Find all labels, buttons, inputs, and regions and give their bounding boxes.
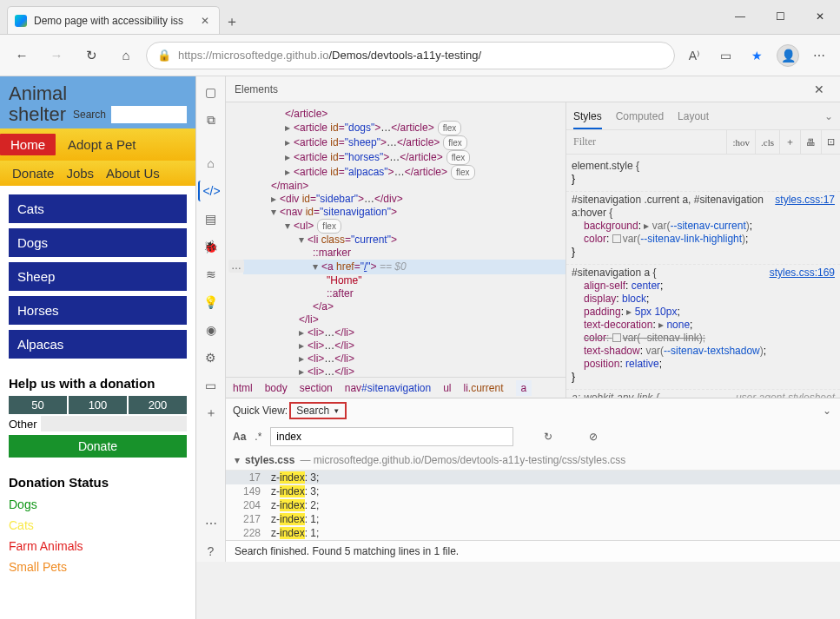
new-tab-button[interactable]: ＋	[220, 10, 244, 34]
new-rule-icon[interactable]: ＋	[779, 130, 800, 154]
favorite-icon[interactable]: ★	[743, 42, 771, 69]
close-devtools-icon[interactable]: ✕	[807, 77, 831, 102]
reader-icon[interactable]: ▭	[711, 42, 739, 69]
breadcrumb[interactable]: html body section nav#sitenavigation ul …	[226, 377, 566, 398]
forward-button[interactable]: →	[42, 41, 71, 70]
cls-button[interactable]: .cls	[755, 130, 779, 154]
donation-heading: Help us with a donation	[0, 367, 195, 396]
add-tool-icon[interactable]: ＋	[198, 403, 224, 424]
browser-tab[interactable]: Demo page with accessibility iss ✕	[7, 6, 220, 34]
settings-icon[interactable]: ⚙	[198, 347, 224, 368]
nav-home[interactable]: Home	[0, 134, 56, 155]
cat-alpacas[interactable]: Alpacas	[9, 330, 187, 359]
close-tab-icon[interactable]: ✕	[198, 15, 212, 27]
cat-cats[interactable]: Cats	[9, 194, 187, 223]
device-icon[interactable]: ⧉	[198, 109, 224, 130]
status-farm[interactable]: Farm Animals	[9, 537, 187, 557]
more-menu-button[interactable]: ⋯	[805, 42, 833, 69]
amount-100[interactable]: 100	[69, 396, 127, 414]
bug-icon[interactable]: 🐞	[198, 236, 224, 257]
more-tools-icon[interactable]: ⋯	[198, 513, 224, 534]
tabs-more-icon[interactable]: ⌄	[824, 110, 833, 122]
clear-search-icon[interactable]: ⊘	[583, 426, 604, 447]
layout-tab[interactable]: Layout	[678, 110, 709, 122]
other-label: Other	[9, 418, 37, 431]
panel-tabs: Elements ✕	[226, 76, 840, 102]
result-file-header[interactable]: ▾ styles.css — microsoftedge.github.io/D…	[226, 451, 840, 471]
status-heading: Donation Status	[0, 466, 195, 495]
result-line[interactable]: 17z-index: 3;	[226, 471, 840, 484]
quick-view: Quick View: Search▼ ⌄ Aa .* ↻ ⊘ ▾ styles…	[226, 398, 840, 562]
home-button[interactable]: ⌂	[111, 41, 141, 70]
dom-node[interactable]: </article>	[285, 108, 327, 120]
titlebar: Demo page with accessibility iss ✕ ＋ ― ☐…	[0, 0, 840, 35]
status-cats[interactable]: Cats	[9, 516, 187, 537]
dom-tree[interactable]: </article> ▸<article id="dogs">…</articl…	[226, 102, 566, 377]
home-icon[interactable]: ⌂	[198, 153, 224, 174]
amount-50[interactable]: 50	[9, 396, 67, 414]
print-icon[interactable]: 🖶	[800, 130, 821, 154]
nav-jobs[interactable]: Jobs	[66, 166, 94, 181]
styles-filter-input[interactable]: Filter	[566, 135, 726, 148]
other-amount-input[interactable]	[41, 416, 187, 431]
case-toggle[interactable]: Aa	[233, 431, 246, 443]
maximize-button[interactable]: ☐	[760, 0, 800, 34]
quick-view-dropdown[interactable]: Search▼	[289, 402, 347, 419]
profile-button[interactable]: 👤	[774, 42, 802, 69]
result-line[interactable]: 204z-index: 2;	[226, 498, 840, 512]
status-dogs[interactable]: Dogs	[9, 495, 187, 516]
computed-tab[interactable]: Computed	[616, 110, 664, 122]
category-list: Cats Dogs Sheep Horses Alpacas	[0, 186, 195, 367]
close-window-button[interactable]: ✕	[800, 0, 840, 34]
cat-sheep[interactable]: Sheep	[9, 262, 187, 291]
search-input-devtools[interactable]	[270, 427, 513, 446]
elements-tab[interactable]: Elements	[235, 83, 278, 95]
elements-icon[interactable]: </>	[198, 181, 224, 201]
flex-badge[interactable]: flex	[438, 121, 462, 135]
result-line[interactable]: 228z-index: 1;	[226, 526, 840, 540]
url-box[interactable]: 🔒 https://microsoftedge.github.io/Demos/…	[146, 42, 675, 69]
styles-tab[interactable]: Styles	[573, 110, 602, 129]
refresh-search-icon[interactable]: ↻	[538, 426, 559, 447]
lighthouse-icon[interactable]: 💡	[198, 292, 224, 313]
donate-button[interactable]: Donate	[9, 435, 187, 458]
site-nav: Home Adopt a Pet	[0, 128, 195, 161]
selected-dom-node[interactable]: ▾<a href="/"> == $0	[243, 260, 566, 274]
app-icon[interactable]: ▭	[198, 375, 224, 396]
cat-horses[interactable]: Horses	[9, 296, 187, 325]
css-rules[interactable]: element.style {} styles.css:17 #sitenavi…	[566, 155, 840, 398]
more-styles-icon[interactable]: ⊡	[821, 130, 840, 154]
collapse-icon[interactable]: ⌄	[823, 405, 831, 417]
regex-toggle[interactable]: .*	[255, 431, 261, 443]
status-small[interactable]: Small Pets	[9, 557, 187, 578]
search-results: 17z-index: 3; 149z-index: 3; 204z-index:…	[226, 471, 840, 540]
refresh-button[interactable]: ↻	[76, 41, 106, 70]
edge-favicon	[15, 15, 27, 27]
amount-200[interactable]: 200	[129, 396, 187, 414]
lock-icon: 🔒	[157, 49, 171, 62]
wifi-icon[interactable]: ≋	[198, 264, 224, 285]
memory-icon[interactable]: ◉	[198, 319, 224, 340]
devtools: ▢ ⧉ ⌂ </> ▤ 🐞 ≋ 💡 ◉ ⚙ ▭ ＋ ⋯ ? Elements	[195, 76, 840, 619]
nav-adopt[interactable]: Adopt a Pet	[68, 137, 136, 152]
url-text: https://microsoftedge.github.io/Demos/de…	[178, 49, 664, 62]
console-icon[interactable]: ▤	[198, 208, 224, 229]
search-input[interactable]	[111, 106, 187, 123]
nav-about[interactable]: About Us	[106, 166, 160, 181]
page-viewport: Animalshelter Search Home Adopt a Pet Do…	[0, 76, 195, 619]
search-label: Search	[73, 109, 106, 121]
inspect-icon[interactable]: ▢	[198, 82, 224, 102]
minimize-button[interactable]: ―	[720, 0, 760, 34]
address-bar: ← → ↻ ⌂ 🔒 https://microsoftedge.github.i…	[0, 35, 840, 76]
back-button[interactable]: ←	[7, 41, 36, 70]
source-link[interactable]: styles.css:17	[775, 194, 835, 207]
result-line[interactable]: 149z-index: 3;	[226, 484, 840, 498]
window-controls: ― ☐ ✕	[720, 0, 840, 34]
source-link[interactable]: styles.css:169	[770, 267, 835, 280]
read-aloud-icon[interactable]: A⁾	[680, 42, 708, 69]
help-icon[interactable]: ?	[198, 541, 224, 562]
cat-dogs[interactable]: Dogs	[9, 228, 187, 257]
result-line[interactable]: 217z-index: 1;	[226, 512, 840, 526]
nav-donate[interactable]: Donate	[12, 166, 54, 181]
hov-button[interactable]: :hov	[726, 130, 755, 154]
